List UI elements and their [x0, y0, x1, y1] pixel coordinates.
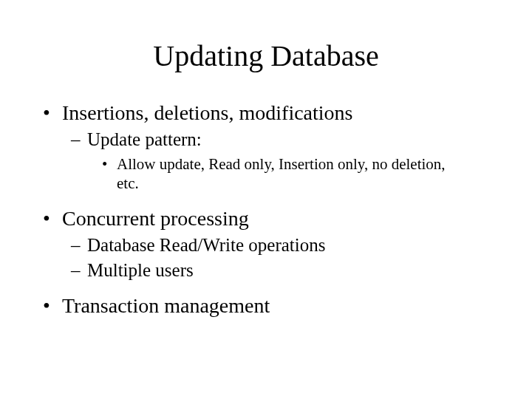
slide-body: Insertions, deletions, modifications Upd…: [0, 101, 532, 318]
bullet-level3: Allow update, Read only, Insertion only,…: [102, 154, 457, 194]
slide-title: Updating Database: [0, 0, 532, 88]
slide: Updating Database Insertions, deletions,…: [0, 0, 532, 399]
bullet-level1: Transaction management: [43, 294, 502, 318]
bullet-level2: Update pattern:: [71, 129, 502, 150]
bullet-level1: Concurrent processing: [43, 207, 502, 231]
bullet-level2: Multiple users: [71, 260, 502, 281]
bullet-level1: Insertions, deletions, modifications: [43, 101, 502, 125]
bullet-level2: Database Read/Write operations: [71, 235, 502, 256]
